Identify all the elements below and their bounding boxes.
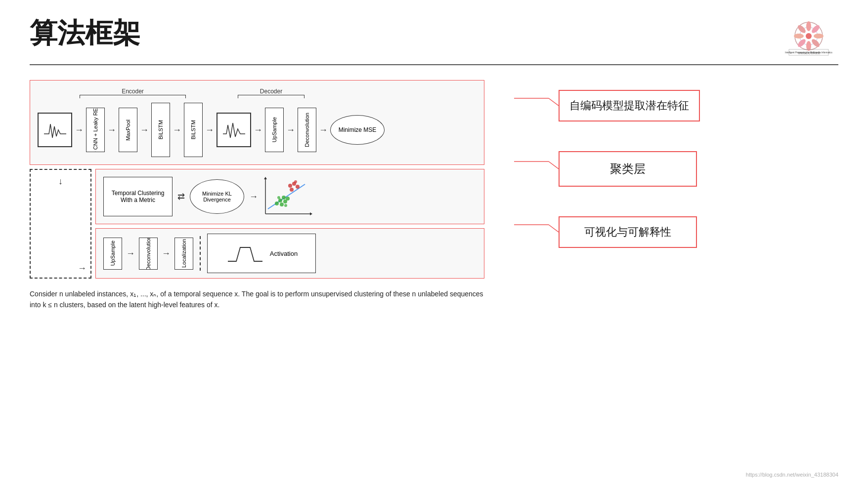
arrow-b2: → [162,249,171,258]
arrow-1: → [75,125,84,134]
svg-point-19 [288,184,292,188]
localization-block: Localization [174,238,193,270]
right-label-3: 可视化与可解释性 [559,216,697,248]
svg-point-10 [806,33,812,39]
kl-divergence-block: Minimize KL Divergence [190,179,244,214]
arrow-to-scatter: → [249,192,258,201]
decoder-label: Decoder [238,88,304,95]
upsample-label: UpSample [271,117,277,142]
bilstm2-block: BiLSTM [184,103,203,157]
arrow-6: → [254,125,262,134]
arrow-4: → [173,125,181,134]
arrow-5: → [205,125,214,134]
svg-point-4 [814,34,824,39]
svg-point-31 [284,204,287,207]
visualization-section: UpSample → Deconvolution → Localization [95,228,484,279]
minimize-mse-block: Minimize MSE [330,115,385,145]
svg-line-33 [549,98,559,106]
diagram-area: Encoder Decoder [30,80,484,311]
temporal-clustering-label: Temporal Clustering With a Metric [106,190,170,203]
right-panel: 自编码模型提取潜在特征 聚类层 可视化与可解释性 [494,80,838,248]
right-label-1: 自编码模型提取潜在特征 [559,90,700,121]
connector-2 [514,157,559,181]
deconvolution-block: Deconvolution [298,108,316,152]
arrow-to-kl: ⇄ [177,192,185,201]
logo: 智能信息处理实验室 Intelligent Processing for Mul… [779,15,838,59]
clustering-section: Temporal Clustering With a Metric ⇄ Mini… [95,169,484,224]
description: Consider n unlabeled instances, x₁, ...,… [30,288,484,311]
svg-point-7 [796,38,807,48]
autoencoder-section: Encoder Decoder [30,80,484,165]
dashed-left-container: ↓ → [30,169,91,279]
bilstm2-label: BiLSTM [190,120,196,139]
arrow-7: → [286,125,295,134]
svg-point-8 [794,34,804,39]
deconvolution2-block: Deconvolution [139,238,158,270]
svg-point-29 [286,197,290,201]
input-signal [38,113,72,147]
svg-line-37 [549,225,559,232]
connector-1 [514,93,559,118]
svg-point-25 [282,196,286,200]
logo-icon: 智能信息处理实验室 Intelligent Processing for Mul… [781,17,836,57]
svg-point-26 [275,202,279,205]
svg-point-2 [806,21,811,31]
latent-signal [217,113,251,147]
temporal-clustering-block: Temporal Clustering With a Metric [103,177,173,216]
activation-block: Activation [207,234,316,273]
svg-point-21 [296,185,300,189]
upsample-block: UpSample [265,108,284,152]
svg-point-5 [811,38,821,48]
svg-marker-17 [264,177,267,179]
localization-label: Localization [181,239,187,268]
bilstm1-label: BiLSTM [158,120,164,139]
svg-line-35 [549,162,559,169]
deconvolution2-label: Deconvolution [145,238,151,270]
page-title: 算法框架 [30,15,140,52]
maxpool-block: MaxPool [119,108,137,152]
arrow-8: → [319,125,328,134]
encoder-label: Encoder [80,88,186,95]
svg-text:Intelligent Processing for Mul: Intelligent Processing for Multimedia In… [785,51,832,54]
scatter-visualization [263,177,312,216]
bilstm1-block: BiLSTM [151,103,170,157]
svg-point-24 [278,199,282,202]
upsample2-block: UpSample [103,238,122,270]
svg-point-30 [277,196,280,199]
svg-point-9 [796,24,807,34]
main-content: Encoder Decoder [30,80,838,311]
activation-label: Activation [270,250,298,257]
cnn-relu-block: 1D CNN + Leaky RELU [86,108,105,152]
arrow-3: → [140,125,149,134]
right-item-2: 聚类层 [514,151,838,187]
right-label-2: 聚类层 [559,151,697,187]
footer-url: https://blog.csdn.net/weixin_43188304 [746,472,838,478]
down-arrow: ↓ [35,174,87,189]
connector-3 [514,220,559,244]
upsample2-label: UpSample [110,241,116,266]
right-item-1: 自编码模型提取潜在特征 [514,90,838,121]
divider [200,236,201,271]
description-text: Consider n unlabeled instances, x₁, ...,… [30,290,483,309]
deconvolution-label: Deconvolution [304,113,310,147]
svg-point-23 [294,180,297,183]
svg-point-28 [280,202,284,206]
arrow-2: → [107,125,116,134]
svg-marker-16 [310,212,312,215]
maxpool-label: MaxPool [125,120,131,141]
right-item-3: 可视化与可解释性 [514,216,838,248]
cnn-relu-label: 1D CNN + Leaky RELU [92,108,98,152]
svg-point-3 [811,24,821,34]
minimize-mse-label: Minimize MSE [339,126,377,133]
kl-label: Minimize KL Divergence [190,191,244,202]
svg-point-22 [290,188,294,192]
page-header: 算法框架 智能信息处理实验室 Intelligent Processing fo… [30,15,838,65]
arrow-b1: → [126,249,135,258]
right-arrow-dashed: → [35,263,87,274]
